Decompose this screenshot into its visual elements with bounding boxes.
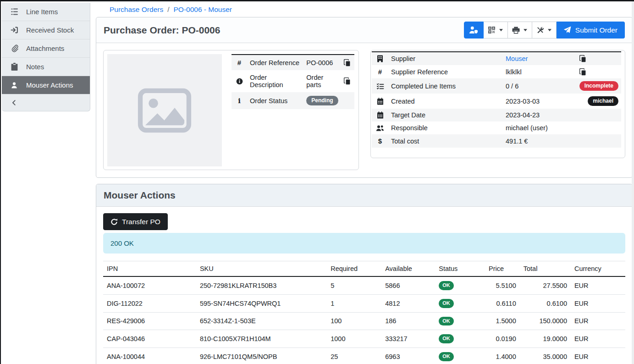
sidebar-item-label: Attachments bbox=[26, 44, 64, 52]
transfer-po-button[interactable]: Transfer PO bbox=[103, 213, 168, 230]
table-row: RES-429006 652-3314Z-1-503E 100 186 OK 1… bbox=[103, 312, 625, 330]
cell-currency: EUR bbox=[571, 312, 625, 330]
cell-currency: EUR bbox=[571, 294, 625, 312]
cell-currency: EUR bbox=[571, 276, 625, 294]
sidebar-item-line-items[interactable]: Line Items bbox=[2, 3, 90, 21]
print-actions-button[interactable] bbox=[508, 22, 532, 39]
copy-icon[interactable] bbox=[577, 65, 621, 78]
sidebar-item-label: Mouser Actions bbox=[26, 81, 73, 89]
paperclip-icon bbox=[10, 44, 19, 52]
cell-available: 333217 bbox=[381, 330, 435, 348]
users-icon bbox=[375, 125, 386, 132]
cell-total: 150.0000 bbox=[520, 312, 571, 330]
cell-currency: EUR bbox=[571, 348, 625, 364]
cell-sku: 810-C1005X7R1H104M bbox=[196, 330, 327, 348]
user-icon bbox=[10, 82, 19, 89]
detail-row-order-status: i Order Status Pending bbox=[232, 92, 354, 109]
copy-icon[interactable] bbox=[341, 70, 354, 92]
supplier-link[interactable]: Mouser bbox=[506, 55, 528, 62]
cell-ipn: ANA-100072 bbox=[103, 276, 196, 294]
copy-icon[interactable] bbox=[577, 52, 621, 65]
cell-price: 0.0190 bbox=[485, 330, 520, 348]
ok-badge: OK bbox=[439, 352, 454, 361]
building-icon bbox=[375, 55, 386, 62]
detail-value: PO-0006 bbox=[303, 55, 341, 70]
column-header-sku: SKU bbox=[196, 261, 327, 277]
cell-required: 25 bbox=[327, 348, 381, 364]
table-row: ANA-100072 250-72981KLRATR150B3 5 5866 O… bbox=[103, 276, 625, 294]
detail-row-total-cost: $ Total cost 491.1 € bbox=[372, 134, 621, 148]
status-badge: Pending bbox=[306, 96, 338, 105]
column-header-status: Status bbox=[435, 261, 485, 277]
cell-available: 6963 bbox=[381, 348, 435, 364]
cell-required: 100 bbox=[327, 312, 381, 330]
detail-label: Created bbox=[388, 94, 503, 109]
status-alert: 200 OK bbox=[103, 233, 625, 254]
detail-row-order-description: Order Description Order parts bbox=[232, 70, 354, 92]
page-scrollbar[interactable] bbox=[632, 1, 634, 364]
column-header-available: Available bbox=[381, 261, 435, 277]
calendar-icon bbox=[375, 98, 386, 105]
sidebar-collapse-button[interactable] bbox=[2, 94, 90, 111]
caret-down-icon bbox=[523, 28, 528, 32]
info-icon: i bbox=[238, 97, 241, 105]
purchase-order-panel: Purchase Order: PO-0006 bbox=[96, 17, 633, 178]
chevron-left-icon bbox=[10, 99, 19, 106]
table-row: DIG-112022 595-SN74HCS74QPWRQ1 1 4812 OK… bbox=[103, 294, 625, 312]
sidebar-item-notes[interactable]: Notes bbox=[2, 58, 90, 76]
detail-row-order-reference: # Order Reference PO-0006 bbox=[232, 55, 354, 70]
detail-row-supplier: Supplier Mouser bbox=[372, 52, 621, 65]
column-header-total: Total bbox=[520, 261, 571, 277]
cell-total: 19.0000 bbox=[520, 330, 571, 348]
cell-ipn: DIG-112022 bbox=[103, 294, 196, 312]
sidebar-item-attachments[interactable]: Attachments bbox=[2, 39, 90, 58]
ok-badge: OK bbox=[439, 281, 454, 290]
mouser-actions-body: Transfer PO 200 OK IPN SKU Required Avai… bbox=[96, 207, 632, 364]
submit-order-button[interactable]: Submit Order bbox=[557, 22, 625, 39]
cell-sku: 250-72981KLRATR150B3 bbox=[196, 276, 327, 294]
cell-total: 27.5500 bbox=[520, 276, 571, 294]
breadcrumb-separator: / bbox=[167, 6, 169, 14]
detail-value: lklklkl bbox=[503, 65, 577, 78]
admin-user-button[interactable] bbox=[464, 22, 484, 39]
printer-icon bbox=[512, 27, 520, 34]
transfer-po-label: Transfer PO bbox=[122, 218, 160, 226]
sidebar-item-mouser-actions[interactable]: Mouser Actions bbox=[2, 76, 90, 94]
supplier-details-card: Supplier Mouser # Supplier Reference lkl… bbox=[370, 50, 625, 158]
breadcrumb-link-current-order[interactable]: PO-0006 - Mouser bbox=[173, 6, 232, 14]
sidebar-item-received-stock[interactable]: Received Stock bbox=[2, 21, 90, 39]
caret-down-icon bbox=[547, 28, 552, 32]
paper-plane-icon bbox=[563, 26, 571, 34]
cell-available: 4812 bbox=[381, 294, 435, 312]
column-header-required: Required bbox=[327, 261, 381, 277]
detail-label: Total cost bbox=[388, 134, 503, 148]
ok-badge: OK bbox=[439, 299, 454, 308]
cell-required: 5 bbox=[327, 276, 381, 294]
detail-label: Responsible bbox=[388, 121, 503, 134]
dollar-icon: $ bbox=[378, 137, 382, 145]
line-items-table: IPN SKU Required Available Status Price … bbox=[103, 261, 625, 364]
detail-label: Target Date bbox=[388, 109, 503, 121]
order-actions-button[interactable] bbox=[532, 22, 557, 39]
cell-available: 5866 bbox=[381, 276, 435, 294]
purchase-order-panel-header: Purchase Order: PO-0006 bbox=[96, 17, 632, 43]
supplier-details-table: Supplier Mouser # Supplier Reference lkl… bbox=[372, 51, 621, 148]
order-image-placeholder[interactable] bbox=[107, 54, 222, 166]
detail-row-target-date: Target Date 2023-04-23 bbox=[372, 109, 621, 121]
calendar-icon bbox=[375, 111, 386, 119]
cell-sku: 595-SN74HCS74QPWRQ1 bbox=[196, 294, 327, 312]
cell-required: 1000 bbox=[327, 330, 381, 348]
barcode-actions-button[interactable] bbox=[484, 22, 508, 39]
detail-label: Order Status bbox=[247, 92, 303, 109]
detail-value: michael (user) bbox=[503, 121, 577, 134]
order-details-table: # Order Reference PO-0006 Order Descript… bbox=[232, 54, 354, 109]
detail-value: 491.1 € bbox=[503, 134, 577, 148]
sidebar-item-label: Received Stock bbox=[26, 26, 74, 34]
main-content: Purchase Orders / PO-0006 - Mouser Purch… bbox=[96, 3, 633, 364]
section-title: Mouser Actions bbox=[104, 190, 176, 201]
detail-row-supplier-reference: # Supplier Reference lklklkl bbox=[372, 65, 621, 78]
info-circle-icon bbox=[234, 78, 244, 85]
cell-currency: EUR bbox=[571, 330, 625, 348]
copy-icon[interactable] bbox=[341, 55, 354, 70]
breadcrumb-link-purchase-orders[interactable]: Purchase Orders bbox=[110, 6, 163, 14]
